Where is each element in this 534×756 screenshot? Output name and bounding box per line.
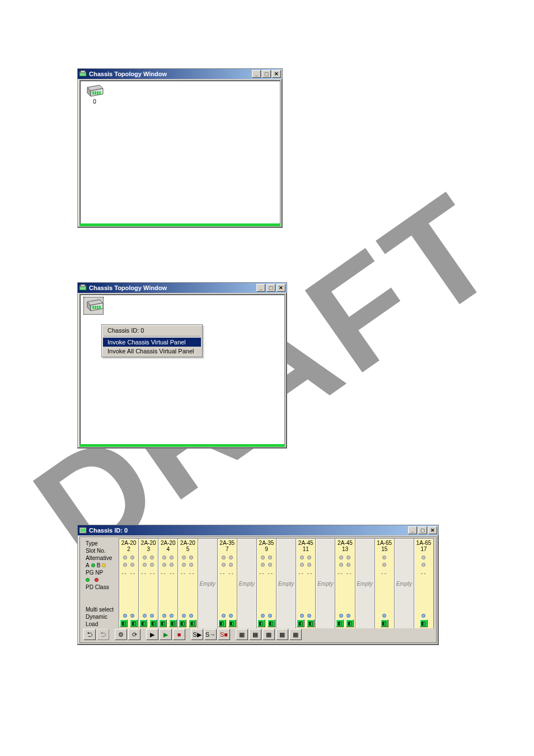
slot-filled[interactable]: 2A-204-- --◧◧ <box>158 538 178 629</box>
minimize-button[interactable]: _ <box>408 526 417 534</box>
close-button[interactable]: ✕ <box>272 70 281 78</box>
sd-arrow-icon[interactable]: S→ <box>204 629 217 640</box>
play-green-icon[interactable]: ▶ <box>160 629 172 640</box>
slot-filled[interactable]: 1A-6515--◧ <box>374 538 395 629</box>
close-button[interactable]: ✕ <box>428 526 437 534</box>
multiselect-led[interactable] <box>182 614 186 618</box>
multiselect-led[interactable] <box>339 614 343 618</box>
slot-number: 3 <box>147 546 150 552</box>
slot-filled[interactable]: 2A-359-- --◧◧ <box>256 538 277 629</box>
context-menu-item-invoke-all[interactable]: Invoke All Chassis Virtual Panel <box>103 347 201 356</box>
titlebar[interactable]: Chassis Topology Window _ ▢ ✕ <box>78 69 282 79</box>
slot-number: 17 <box>420 546 427 552</box>
led-icon <box>170 563 174 567</box>
dynload-button[interactable]: ◧ <box>218 619 226 627</box>
multiselect-led[interactable] <box>170 614 174 618</box>
led-icon <box>222 556 226 559</box>
dynload-button[interactable]: ◧ <box>189 619 196 627</box>
dynload-button[interactable]: ◧ <box>257 619 265 627</box>
sd-red-icon[interactable]: S■ <box>218 629 230 640</box>
multiselect-led[interactable] <box>162 614 166 618</box>
chip4-icon[interactable]: ▦ <box>276 629 288 640</box>
topology-window-2: Chassis Topology Window _ ▢ ✕ Chassis ID… <box>77 282 287 449</box>
chassis-node-label: 0 <box>85 99 105 105</box>
dynload-button[interactable]: ◧ <box>346 619 354 627</box>
multiselect-led[interactable] <box>150 614 154 618</box>
nav-back-icon[interactable]: ⮌ <box>83 629 96 640</box>
nav-back2-icon[interactable]: ⮌ <box>97 629 109 640</box>
multiselect-led[interactable] <box>307 614 311 618</box>
slot-filled[interactable]: 2A-357-- --◧◧ <box>217 538 237 629</box>
slot-filled[interactable]: 2A-202-- --◧◧ <box>119 538 139 629</box>
panel-client: Type Slot No. Alternative A B PG NP PD C… <box>79 536 437 643</box>
status-bar <box>79 223 280 226</box>
maximize-button[interactable]: ▢ <box>262 70 271 78</box>
panel-icon <box>79 526 87 534</box>
refresh-icon[interactable]: ⟳ <box>128 629 140 640</box>
chip3-icon[interactable]: ▦ <box>263 629 275 640</box>
multiselect-led[interactable] <box>143 614 147 618</box>
chip5-icon[interactable]: ▦ <box>289 629 302 640</box>
maximize-button[interactable]: ▢ <box>418 526 427 534</box>
dynload-button[interactable]: ◧ <box>120 619 128 627</box>
sd-icon[interactable]: S▶ <box>191 629 203 640</box>
multiselect-led[interactable] <box>229 614 233 618</box>
empty-label: Empty <box>396 581 412 587</box>
context-menu[interactable]: Chassis ID: 0 Invoke Chassis Virtual Pan… <box>101 324 203 357</box>
multiselect-led[interactable] <box>346 614 350 618</box>
dynload-button[interactable]: ◧ <box>139 619 147 627</box>
dynload-button[interactable]: ◧ <box>336 619 344 627</box>
led-icon <box>261 556 265 559</box>
dynload-button[interactable]: ◧ <box>149 619 157 627</box>
slot-filled[interactable]: 2A-4511-- --◧◧ <box>296 538 316 629</box>
chassis-panel-window: Chassis ID: 0 _ ▢ ✕ Type Slot No. Altern… <box>77 525 439 645</box>
dynload-button[interactable]: ◧ <box>169 619 177 627</box>
dynload-button[interactable]: ◧ <box>179 619 186 627</box>
close-button[interactable]: ✕ <box>277 284 285 292</box>
dynload-button[interactable]: ◧ <box>130 619 138 627</box>
multiselect-led[interactable] <box>268 614 272 618</box>
dynload-button[interactable]: ◧ <box>381 619 388 627</box>
dynload-button[interactable]: ◧ <box>159 619 167 627</box>
minimize-button[interactable]: _ <box>252 70 261 78</box>
label-pdclass: PD Class <box>86 584 117 591</box>
slot-type: 2A-20 <box>121 539 137 546</box>
empty-label: Empty <box>239 581 255 587</box>
scan-icon[interactable]: ⚙ <box>115 629 127 640</box>
multiselect-led[interactable] <box>421 614 425 618</box>
minimize-button[interactable]: _ <box>256 284 265 292</box>
chassis-node[interactable]: 0 <box>85 84 105 105</box>
slot-empty: Empty <box>355 538 375 629</box>
chip1-icon[interactable]: ▦ <box>236 629 248 640</box>
multiselect-led[interactable] <box>222 614 226 618</box>
empty-label: Empty <box>357 581 372 587</box>
dynload-button[interactable]: ◧ <box>307 619 315 627</box>
chassis-node-selected[interactable] <box>83 297 104 315</box>
stop-icon[interactable]: ■ <box>173 629 185 640</box>
multiselect-led[interactable] <box>189 614 193 618</box>
slot-number: 15 <box>381 546 387 552</box>
slot-number: 9 <box>265 546 268 552</box>
dynload-button[interactable]: ◧ <box>297 619 305 627</box>
titlebar[interactable]: Chassis ID: 0 _ ▢ ✕ <box>78 525 438 535</box>
play-icon[interactable]: ▶ <box>146 629 158 640</box>
dynload-button[interactable]: ◧ <box>228 619 236 627</box>
multiselect-led[interactable] <box>300 614 304 618</box>
led-icon <box>182 556 186 559</box>
multiselect-led[interactable] <box>123 614 127 618</box>
context-menu-item-invoke[interactable]: Invoke Chassis Virtual Panel <box>103 338 201 347</box>
empty-label: Empty <box>199 581 215 587</box>
slot-filled[interactable]: 2A-203-- --◧◧ <box>138 538 158 629</box>
slot-filled[interactable]: 2A-205-- --◧◧ <box>177 538 198 629</box>
multiselect-led[interactable] <box>130 614 134 618</box>
maximize-button[interactable]: ▢ <box>266 284 275 292</box>
slot-filled[interactable]: 2A-4513-- --◧◧ <box>335 538 355 629</box>
titlebar[interactable]: Chassis Topology Window _ ▢ ✕ <box>78 283 287 293</box>
dynload-button[interactable]: ◧ <box>268 619 275 627</box>
slot-number: 13 <box>342 546 348 552</box>
dynload-button[interactable]: ◧ <box>420 619 428 627</box>
chip2-icon[interactable]: ▦ <box>249 629 261 640</box>
multiselect-led[interactable] <box>382 614 386 618</box>
slot-filled[interactable]: 1A-6517--◧ <box>414 538 434 629</box>
multiselect-led[interactable] <box>261 614 265 618</box>
